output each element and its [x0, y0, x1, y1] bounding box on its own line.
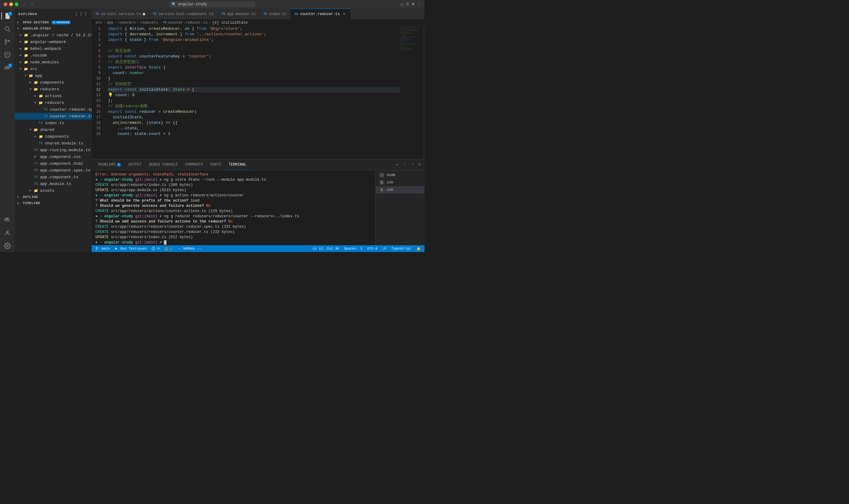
terminal-output[interactable]: Error: Unknown arguments: statePath, sta…	[92, 170, 375, 245]
folder-angular-webpack[interactable]: ► 📁 angular-webpack	[15, 38, 92, 45]
folder-reducers-inner[interactable]: ▼ 📂 reducers	[15, 99, 92, 106]
sidebar: EXPLORER ⋮⋮⋮ ► OPEN EDITORS 4 unsaved ▼ …	[15, 8, 92, 252]
folder-src[interactable]: ▼ 📂 src	[15, 66, 92, 72]
svg-rect-17	[6, 218, 7, 219]
html-file-icon: <>	[34, 162, 39, 165]
panel-icon[interactable]: ■	[412, 2, 414, 7]
folder-actions[interactable]: ► 📁 actions	[15, 92, 92, 99]
status-warnings[interactable]: 1	[163, 247, 173, 250]
breadcrumb-reducers[interactable]: reducers	[118, 21, 136, 25]
status-language[interactable]: TypeScript	[390, 247, 413, 250]
status-encoding[interactable]: UTF-8	[366, 247, 379, 250]
breadcrumb-app[interactable]: app	[107, 21, 114, 25]
status-position[interactable]: Ln 12, Col 36	[312, 247, 341, 250]
docker-activity-icon[interactable]	[1, 214, 14, 226]
more-icon[interactable]: ⋮	[417, 2, 421, 7]
file-counter-reducer[interactable]: TS counter.reducer.ts	[15, 113, 92, 120]
search-bar[interactable]: 🔍 angular-study	[169, 1, 255, 7]
terminal-zsh-session-1[interactable]: $ zsh	[376, 179, 424, 186]
breadcrumb: src › app › reducers › reducers › TS cou…	[92, 19, 424, 26]
file-app-spec[interactable]: TS app.component.spec.ts	[15, 167, 92, 174]
terminal-line-error: Error: Unknown arguments: statePath, sta…	[96, 172, 371, 177]
code-line-15: // 创建reducer函数	[108, 104, 400, 109]
file-app-module[interactable]: TS app.module.ts	[15, 180, 92, 187]
line-num-6: 6	[92, 54, 103, 59]
panel-tab-ports[interactable]: PORTS	[206, 160, 225, 170]
file-app-routing[interactable]: TS app-routing.module.ts	[15, 147, 92, 154]
panel-tab-output[interactable]: OUTPUT	[125, 160, 145, 170]
file-app-css[interactable]: # app.component.css	[15, 154, 92, 160]
folder-components[interactable]: ► 📁 components	[15, 79, 92, 86]
minimize-button[interactable]	[9, 2, 13, 6]
nav-back-button[interactable]: ←	[22, 1, 27, 7]
project-section[interactable]: ▼ ANGULAR-STUDY	[15, 25, 92, 32]
folder-reducers[interactable]: ▼ 📂 reducers	[15, 86, 92, 92]
file-shared-module[interactable]: TS shared.module.ts	[15, 140, 92, 147]
maximize-button[interactable]	[15, 2, 18, 6]
folder-shared[interactable]: ▼ 📂 shared	[15, 126, 92, 133]
file-counter-reducer-spec[interactable]: TS counter.reducer.spec.ts	[15, 106, 92, 113]
panel-tab-problems[interactable]: PROBLEMS 1	[94, 160, 125, 170]
new-file-icon[interactable]: ⋮⋮⋮	[74, 11, 88, 17]
status-spaces[interactable]: Spaces: 2	[343, 247, 363, 250]
maximize-panel-button[interactable]: ⌃	[410, 162, 415, 168]
nav-forward-button[interactable]: →	[30, 1, 34, 7]
breadcrumb-symbol[interactable]: [e] initialState	[212, 21, 248, 25]
folder-node-modules[interactable]: ► 📁 node_modules	[15, 59, 92, 66]
terminal-zsh-session-2[interactable]: $ zsh	[376, 186, 424, 194]
close-button[interactable]	[4, 2, 7, 6]
panel-tab-debug-console[interactable]: DEBUG CONSOLE	[145, 160, 181, 170]
folder-angular-cache[interactable]: ► 📁 .angular / cache / 14.2.13	[15, 32, 92, 38]
file-app-html[interactable]: <> app.component.html	[15, 160, 92, 167]
terminal-line-10: CREATE src/app/reducers/reducers/counter…	[96, 224, 371, 230]
sidebar-icon[interactable]: ☰	[406, 2, 410, 7]
tab-app-module[interactable]: TS app.module.ts	[218, 8, 260, 19]
accounts-activity-icon[interactable]	[1, 227, 14, 239]
split-terminal-button[interactable]: ⋮	[401, 162, 408, 168]
tab-ce-test-service[interactable]: TS ce-test.service.ts	[92, 8, 149, 19]
sidebar-header-icons: ⋮⋮⋮	[74, 11, 88, 17]
status-notifications[interactable]: 🔔	[415, 247, 422, 251]
breadcrumb-src[interactable]: src	[96, 21, 102, 25]
open-editors-section[interactable]: ► OPEN EDITORS 4 unsaved	[15, 19, 92, 25]
explorer-activity-icon[interactable]: 4	[1, 10, 14, 22]
search-activity-icon[interactable]	[1, 23, 14, 35]
tab-close-button[interactable]: ×	[342, 12, 347, 17]
code-area[interactable]: import { Action, createReducer, on } fro…	[105, 26, 400, 159]
folder-babel-webpack[interactable]: ► 📁 babel-webpack	[15, 45, 92, 52]
status-errors[interactable]: 0	[151, 247, 160, 250]
file-app-component[interactable]: TS app.component.ts	[15, 174, 92, 180]
file-index-ts[interactable]: TS index.ts	[15, 120, 92, 126]
code-line-20: count: state.count + 1	[108, 131, 400, 137]
folder-assets[interactable]: ► 📁 assets	[15, 187, 92, 194]
tab-service-test-component[interactable]: TS service-test.component.ts	[149, 8, 218, 19]
folder-vscode[interactable]: ► 📁 .vscode	[15, 52, 92, 59]
tab-counter-reducer[interactable]: TS counter.reducer.ts ×	[291, 8, 351, 19]
titlebar-right-icons: ◫ ☰ ■ ⋮	[401, 2, 421, 7]
extensions-activity-icon[interactable]: 1	[1, 61, 14, 74]
status-git-branch[interactable]: main	[94, 247, 111, 250]
timeline-section[interactable]: ► TIMELINE	[15, 200, 92, 206]
layout-icon[interactable]: ◫	[401, 2, 403, 7]
folder-app[interactable]: ▼ 📂 app	[15, 72, 92, 79]
settings-activity-icon[interactable]	[1, 240, 14, 252]
debug-activity-icon[interactable]	[1, 49, 14, 61]
outline-section[interactable]: ► OUTLINE	[15, 194, 92, 200]
status-line-ending[interactable]: LF	[381, 247, 387, 250]
code-line-12: export const initialState: State = {	[108, 87, 400, 92]
tab-index[interactable]: TS index.ts	[260, 8, 291, 19]
folder-shared-components[interactable]: ► 📁 components	[15, 133, 92, 140]
close-panel-button[interactable]: ×	[417, 162, 422, 168]
add-terminal-button[interactable]: +	[395, 162, 400, 168]
terminal-node-session[interactable]: ⬡ node	[376, 172, 424, 179]
status-run-testcases[interactable]: Run Testcases	[114, 247, 148, 250]
terminal-line-2: CREATE src/app/reducers/index.ts (360 by…	[96, 182, 371, 188]
code-line-10: }	[108, 76, 400, 82]
breadcrumb-file[interactable]: counter.reducer.ts	[168, 21, 208, 25]
source-control-activity-icon[interactable]	[1, 36, 14, 48]
line-num-12: 12	[92, 87, 103, 92]
breadcrumb-reducers2[interactable]: reducers	[140, 21, 158, 25]
svg-point-29	[166, 249, 167, 250]
panel-tab-terminal[interactable]: TERMINAL	[225, 160, 250, 170]
panel-tab-comments[interactable]: COMMENTS	[181, 160, 207, 170]
